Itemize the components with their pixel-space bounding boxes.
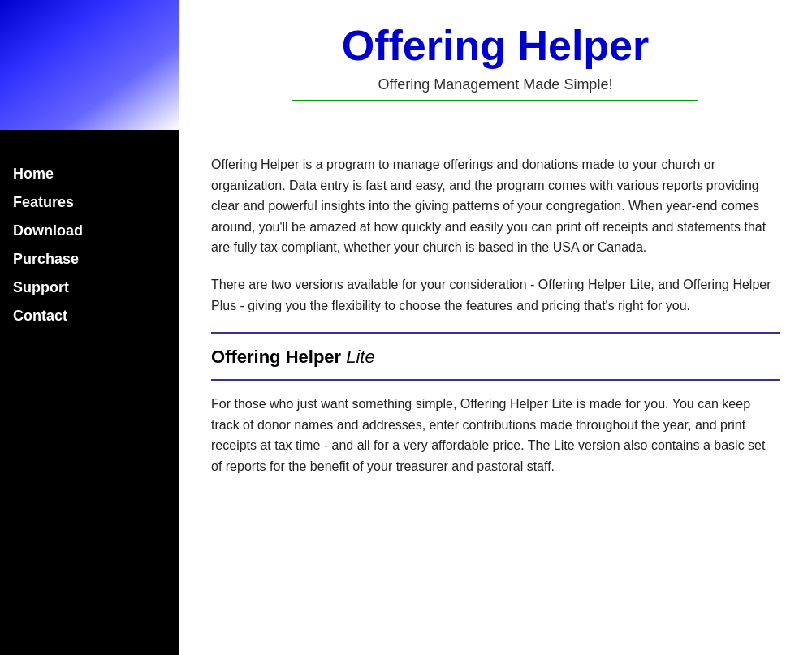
section-divider-top [211,332,780,334]
sidebar-item-support[interactable]: Support [13,276,179,299]
header-wrapper: Offering Helper Offering Management Made… [0,0,812,130]
section-divider-bottom [211,379,780,381]
subtitle-divider [292,100,698,101]
sidebar: Home Features Download Purchase Support … [0,130,179,655]
sidebar-item-purchase[interactable]: Purchase [13,248,179,271]
section-title-italic: Lite [346,347,374,367]
lite-paragraph: For those who just want something simple… [211,394,780,476]
sidebar-item-home[interactable]: Home [13,162,179,186]
intro-paragraph-2: There are two versions available for you… [211,274,780,316]
main-wrapper: Home Features Download Purchase Support … [0,130,812,655]
section-title: Offering Helper Lite [211,347,780,368]
site-subtitle: Offering Management Made Simple! [378,76,613,93]
sidebar-item-contact[interactable]: Contact [13,304,179,328]
header-right: Offering Helper Offering Management Made… [179,0,812,130]
intro-paragraph-1: Offering Helper is a program to manage o… [211,154,780,258]
sidebar-item-download[interactable]: Download [13,219,179,243]
section-title-bold: Offering Helper [211,347,346,367]
sidebar-item-features[interactable]: Features [13,191,179,214]
site-title: Offering Helper [342,21,650,70]
sidebar-nav: Home Features Download Purchase Support … [0,162,179,328]
header-banner [0,0,179,130]
content-area: Offering Helper is a program to manage o… [179,130,812,655]
